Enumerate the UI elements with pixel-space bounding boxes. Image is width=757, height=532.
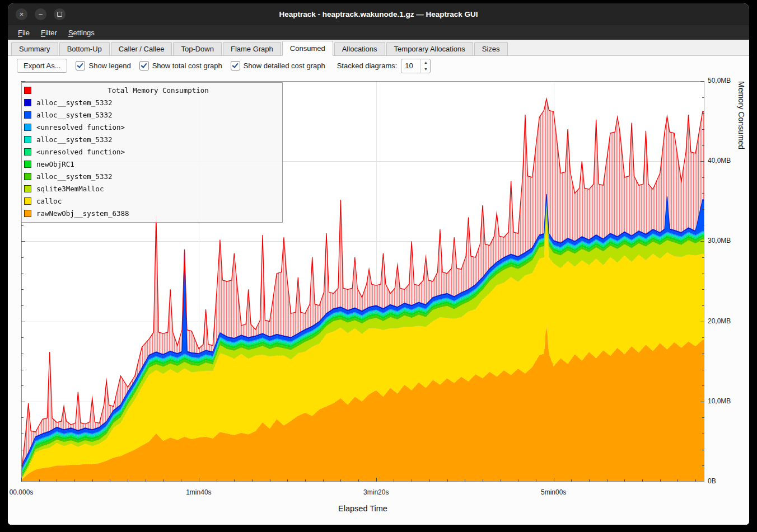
- menu-item-filter[interactable]: Filter: [35, 25, 63, 40]
- legend-item: <unresolved function>: [24, 145, 280, 158]
- legend-label: <unresolved function>: [36, 123, 125, 131]
- y-tick-label: 30,0MB: [708, 237, 731, 244]
- legend-item: alloc__system_5332: [24, 133, 280, 145]
- plot-area: Total Memory Consumption alloc__system_5…: [21, 81, 704, 482]
- maximize-button[interactable]: [54, 8, 66, 20]
- legend-label: calloc: [36, 197, 62, 205]
- legend-label: alloc__system_5332: [36, 172, 112, 181]
- y-axis-title: Memory Consumed: [737, 81, 746, 482]
- legend-swatch: [24, 161, 31, 168]
- legend-rows: alloc__system_5332alloc__system_5332<unr…: [24, 96, 280, 219]
- legend-label: alloc__system_5332: [36, 98, 112, 107]
- legend-item: alloc__system_5332: [24, 96, 280, 109]
- titlebar: × − Heaptrack - heaptrack.wakunode.1.gz …: [8, 3, 749, 25]
- menu-bar: FileFilterSettings: [8, 25, 749, 40]
- legend-item: rawNewObj__system_6388: [24, 207, 280, 219]
- checkbox-icon: [231, 61, 240, 70]
- y-tick-label: 10,0MB: [708, 397, 731, 405]
- stacked-diagrams-input[interactable]: 10: [401, 59, 420, 73]
- y-tick-label: 40,0MB: [708, 157, 731, 164]
- export-as-button[interactable]: Export As...: [17, 59, 67, 73]
- legend-swatch: [24, 173, 31, 180]
- tab-summary[interactable]: Summary: [11, 42, 58, 55]
- tab-allocations[interactable]: Allocations: [334, 42, 385, 55]
- x-axis-title: Elapsed Time: [21, 504, 704, 513]
- stacked-diagrams-spinbox: 10 ▲ ▼: [401, 59, 431, 73]
- legend-title-row: Total Memory Consumption: [24, 84, 280, 96]
- chart-region: Total Memory Consumption alloc__system_5…: [8, 76, 749, 525]
- legend-item: newObjRC1: [24, 158, 280, 170]
- y-tick-label: 0B: [708, 477, 716, 485]
- checkbox-show-legend[interactable]: Show legend: [76, 61, 130, 70]
- spin-down-icon[interactable]: ▼: [421, 66, 430, 73]
- legend-item: alloc__system_5332: [24, 170, 280, 182]
- legend-swatch: [24, 136, 31, 143]
- legend-item: sqlite3MemMalloc: [24, 182, 280, 195]
- tab-consumed[interactable]: Consumed: [282, 41, 333, 56]
- legend-label: alloc__system_5332: [36, 111, 112, 119]
- legend-label: <unresolved function>: [36, 148, 125, 156]
- menu-item-file[interactable]: File: [12, 25, 35, 40]
- legend-swatch: [24, 185, 31, 192]
- stacked-diagrams-control: Stacked diagrams: 10 ▲ ▼: [337, 59, 431, 73]
- legend-label: newObjRC1: [36, 160, 74, 168]
- legend-swatch: [24, 197, 31, 205]
- close-button[interactable]: ×: [16, 8, 27, 20]
- stacked-diagrams-label: Stacked diagrams:: [337, 62, 398, 70]
- checkbox-label: Show total cost graph: [152, 62, 222, 70]
- tab-bottom-up[interactable]: Bottom-Up: [59, 42, 110, 55]
- tab-top-down[interactable]: Top-Down: [173, 42, 222, 55]
- x-axis-labels: 00.000s1min40s3min20s5min00s: [21, 488, 704, 497]
- checkbox-show-total-cost-graph[interactable]: Show total cost graph: [139, 61, 222, 70]
- legend-label: rawNewObj__system_6388: [36, 209, 129, 218]
- legend-label: sqlite3MemMalloc: [36, 185, 104, 193]
- x-tick-label: 3min20s: [363, 488, 389, 496]
- tab-sizes[interactable]: Sizes: [474, 42, 508, 55]
- spin-up-icon[interactable]: ▲: [421, 59, 430, 66]
- heaptrack-window: × − Heaptrack - heaptrack.wakunode.1.gz …: [8, 3, 749, 525]
- spin-buttons: ▲ ▼: [420, 59, 430, 73]
- minimize-button[interactable]: −: [35, 8, 46, 20]
- legend-swatch: [24, 124, 31, 131]
- legend-item: calloc: [24, 195, 280, 207]
- tab-temporary-allocations[interactable]: Temporary Allocations: [386, 42, 473, 55]
- window-controls: × −: [16, 3, 66, 25]
- tab-caller-callee[interactable]: Caller / Callee: [111, 42, 172, 55]
- legend-swatch: [24, 210, 31, 217]
- legend-item: <unresolved function>: [24, 121, 280, 133]
- total-swatch: [24, 87, 31, 94]
- chart-legend: Total Memory Consumption alloc__system_5…: [21, 82, 283, 223]
- checkbox-label: Show legend: [88, 62, 130, 70]
- checkbox-label: Show detailed cost graph: [244, 62, 325, 70]
- tab-flame-graph[interactable]: Flame Graph: [223, 42, 281, 55]
- minimize-icon: −: [39, 11, 43, 18]
- x-tick-label: 1min40s: [186, 488, 211, 496]
- tab-bar: SummaryBottom-UpCaller / CalleeTop-DownF…: [8, 40, 749, 56]
- toolbar-checkboxes: Show legendShow total cost graphShow det…: [76, 61, 325, 70]
- checkbox-icon: [76, 61, 85, 70]
- y-tick-label: 50,0MB: [708, 77, 731, 84]
- legend-swatch: [24, 148, 31, 156]
- legend-label: alloc__system_5332: [36, 135, 112, 144]
- maximize-icon: [57, 12, 62, 17]
- legend-item: alloc__system_5332: [24, 109, 280, 121]
- checkbox-show-detailed-cost-graph[interactable]: Show detailed cost graph: [231, 61, 325, 70]
- x-tick-label: 5min00s: [541, 488, 566, 496]
- menu-item-settings[interactable]: Settings: [63, 25, 100, 40]
- legend-swatch: [24, 111, 31, 119]
- legend-title: Total Memory Consumption: [36, 86, 280, 95]
- toolbar: Export As... Show legendShow total cost …: [8, 56, 749, 76]
- checkbox-icon: [139, 61, 149, 70]
- x-tick-label: 00.000s: [10, 488, 34, 496]
- window-title: Heaptrack - heaptrack.wakunode.1.gz — He…: [279, 10, 478, 18]
- close-icon: ×: [20, 11, 24, 18]
- legend-swatch: [24, 99, 31, 106]
- y-tick-label: 20,0MB: [708, 317, 731, 325]
